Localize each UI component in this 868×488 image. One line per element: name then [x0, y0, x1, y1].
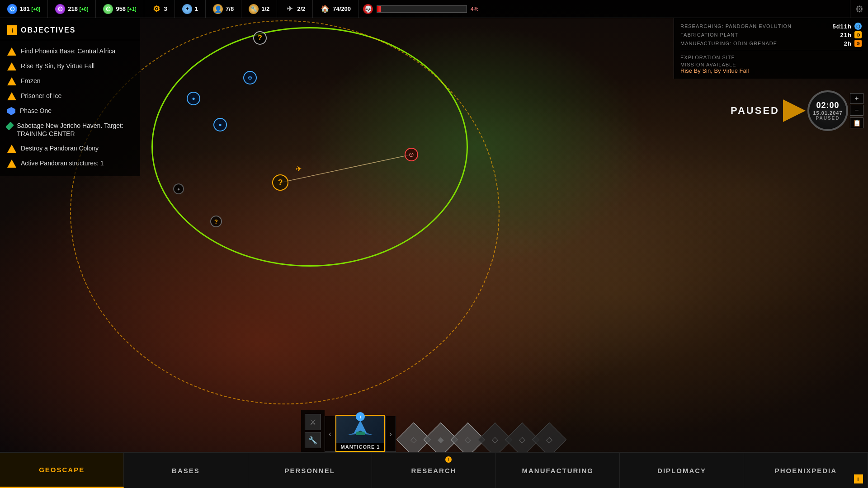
fabrication-icon: ⚙ — [854, 31, 862, 38]
svg-rect-3 — [356, 432, 365, 435]
threat-container: 💀 4% — [359, 0, 850, 18]
marker-question-small[interactable]: ? — [210, 216, 222, 227]
resource-mutagen[interactable]: ⬡ 218 [+0] — [48, 0, 96, 18]
objective-text: Active Pandoran structures: 1 — [21, 159, 104, 167]
aircraft-ctrl-2[interactable]: 🔧 — [305, 432, 321, 448]
diamond-icon-2: ◆ — [438, 435, 444, 445]
objective-text: Sabotage New Jericho Haven. Target: TRAI… — [17, 122, 133, 138]
research-badge: ! — [445, 456, 452, 463]
objectives-header: i OBJECTIVES — [0, 23, 140, 40]
tab-bases[interactable]: BASES — [124, 453, 248, 488]
tab-research[interactable]: RESEARCH ! — [372, 453, 496, 488]
marker-dark-small[interactable]: ● — [173, 183, 184, 194]
aircraft-value: 2/2 — [297, 5, 305, 12]
play-button[interactable] — [783, 99, 806, 122]
threat-percent: 4% — [471, 6, 478, 12]
researching-label: RESEARCHING: PANDORAN EVOLUTION — [680, 23, 792, 29]
objective-text: Rise By Sin, By Virtue Fall — [21, 62, 94, 70]
objective-icon-diamond — [5, 122, 14, 130]
notepad-button[interactable]: 📋 — [850, 117, 863, 128]
objective-frozen[interactable]: Frozen — [0, 74, 140, 89]
objective-icon-triangle — [7, 160, 16, 168]
speed-minus-button[interactable]: − — [850, 105, 863, 116]
manufacturing-icon: ⚙ — [854, 40, 862, 47]
objective-active-structures[interactable]: Active Pandoran structures: 1 — [0, 156, 140, 171]
aircraft-name: MANTICORE 1 — [336, 443, 384, 451]
objective-text: Find Phoenix Base: Central Africa — [21, 47, 115, 55]
divider — [680, 50, 862, 50]
resource-aircraft[interactable]: ✈ 2/2 — [277, 0, 313, 18]
mutagen-value: 218 [+0] — [68, 5, 88, 12]
objectives-panel: i OBJECTIVES Find Phoenix Base: Central … — [0, 18, 140, 176]
aircraft-ctrl-1[interactable]: ⚔ — [305, 414, 321, 430]
marker-blue-2[interactable]: ● — [213, 118, 227, 131]
objective-icon-triangle — [7, 62, 16, 70]
resource-credits[interactable]: ⬡ 181 [+0] — [0, 0, 48, 18]
marker-question-top[interactable]: ? — [253, 31, 267, 45]
research-row: RESEARCHING: PANDORAN EVOLUTION 5d11h ⬡ — [680, 23, 862, 30]
marker-target[interactable]: ⊙ — [405, 148, 418, 161]
mission-value[interactable]: Rise By Sin, By Virtue Fall — [680, 67, 862, 74]
clock-time: 02:00 — [816, 101, 839, 110]
mutagen-icon: ⬡ — [55, 4, 65, 14]
credits-icon: ⬡ — [7, 4, 17, 14]
pause-controls: PAUSED 02:00 15.01.2047 PAUSED + − 📋 — [731, 90, 863, 131]
resource-housing[interactable]: 🏠 74/200 — [313, 0, 359, 18]
speed-controls: + − 📋 — [850, 93, 863, 128]
clock-paused: PAUSED — [816, 116, 840, 121]
svg-marker-5 — [365, 432, 374, 435]
exploration-row: EXPLORATION SITE — [680, 53, 862, 61]
tab-phoenixpedia[interactable]: PHOENIXPEDIA i — [744, 453, 868, 488]
tab-geoscape[interactable]: GEOSCAPE — [0, 453, 124, 488]
recruits-icon: ✦ — [182, 4, 192, 14]
aircraft-card[interactable]: i MANTICORE 1 — [335, 415, 385, 452]
objective-rise-by-sin[interactable]: Rise By Sin, By Virtue Fall — [0, 59, 140, 74]
marker-blue-1[interactable]: ● — [187, 92, 200, 105]
objective-sabotage[interactable]: Sabotage New Jericho Haven. Target: TRAI… — [0, 118, 140, 141]
aircraft-indicator: i — [356, 412, 365, 421]
tab-diplomacy[interactable]: DIPLOMACY — [620, 453, 744, 488]
objectives-icon: i — [7, 25, 17, 35]
tab-personnel[interactable]: PERSONNEL — [248, 453, 372, 488]
tech-value: 3 — [164, 5, 167, 12]
aircraft-next-button[interactable]: › — [385, 416, 396, 452]
diamond-icon-4: ◇ — [492, 435, 498, 445]
objective-find-phoenix[interactable]: Find Phoenix Base: Central Africa — [0, 44, 140, 59]
materials-value: 958 [+1] — [116, 5, 136, 12]
tech-icon: ⚙ — [151, 4, 161, 14]
objective-phase-one[interactable]: Phase One — [0, 103, 140, 118]
phoenixpedia-badge: i — [854, 474, 863, 483]
resource-vehicles[interactable]: 🔧 1/2 — [241, 0, 277, 18]
objective-destroy-colony[interactable]: Destroy a Pandoran Colony — [0, 141, 140, 156]
clock-display: 02:00 15.01.2047 PAUSED — [807, 90, 848, 131]
housing-value: 74/200 — [333, 5, 351, 12]
objectives-title: OBJECTIVES — [21, 26, 75, 34]
speed-plus-button[interactable]: + — [850, 93, 863, 104]
aircraft-icon: ✈ — [284, 4, 294, 14]
tab-manufacturing[interactable]: MANUFACTURING — [496, 453, 620, 488]
play-controls: 02:00 15.01.2047 PAUSED + − 📋 — [783, 90, 863, 131]
resource-materials[interactable]: ⬡ 958 [+1] — [96, 0, 144, 18]
resource-soldiers[interactable]: 👤 7/8 — [206, 0, 241, 18]
fabrication-row: FABRICATION PLANT 21h ⚙ — [680, 31, 862, 38]
bottom-bar: GEOSCAPE BASES PERSONNEL RESEARCH ! MANU… — [0, 452, 868, 488]
info-panel: RESEARCHING: PANDORAN EVOLUTION 5d11h ⬡ … — [674, 18, 868, 79]
objective-text: Prisoner of Ice — [21, 92, 61, 100]
objective-prisoner-of-ice[interactable]: Prisoner of Ice — [0, 89, 140, 103]
threat-bar — [377, 5, 467, 13]
marker-blue-stack[interactable]: ⊕ — [243, 71, 257, 84]
diamond-buttons: ◇ ◆ ◇ ◇ ◇ ◇ — [396, 427, 567, 452]
aircraft-prev-button[interactable]: ‹ — [325, 416, 335, 452]
researching-time: 5d11h — [832, 23, 852, 30]
fabrication-label: FABRICATION PLANT — [680, 32, 738, 38]
objective-text: Phase One — [20, 107, 52, 115]
objective-icon-triangle — [7, 47, 16, 56]
objective-text: Frozen — [21, 77, 41, 85]
resource-tech[interactable]: ⚙ 3 — [144, 0, 175, 18]
settings-button[interactable]: ⚙ — [850, 0, 868, 18]
marker-question-active[interactable]: ? — [272, 174, 288, 191]
resource-recruits[interactable]: ✦ 1 — [175, 0, 206, 18]
diamond-icon-5: ◇ — [519, 435, 525, 445]
clock-date: 15.01.2047 — [813, 110, 842, 116]
svg-marker-4 — [347, 432, 356, 435]
